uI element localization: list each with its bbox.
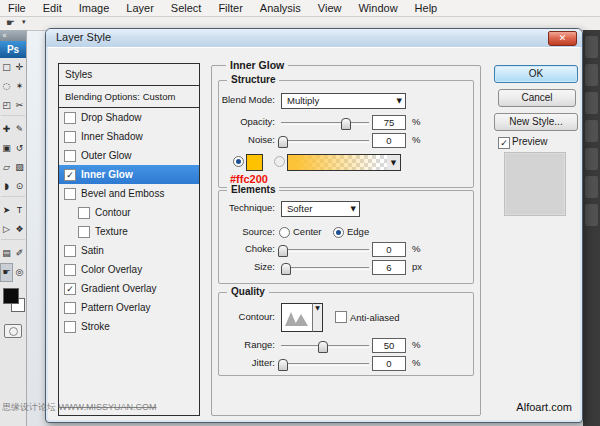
contour-picker[interactable] [281,303,313,332]
zoom-tool[interactable]: ◎ [13,263,26,282]
preview-checkbox[interactable]: ✓ [498,137,510,149]
checkbox-icon[interactable] [64,112,76,124]
gradient-radio[interactable] [274,156,285,167]
gradient-tool[interactable]: ▨ [13,158,26,177]
noise-slider-thumb[interactable] [278,136,288,148]
style-item-pattern-overlay[interactable]: Pattern Overlay [59,298,199,317]
style-item-texture[interactable]: Texture [59,222,199,241]
noise-slider[interactable] [281,140,369,143]
noise-input[interactable]: 0 [372,133,406,148]
checkbox-icon[interactable] [64,188,76,200]
size-slider-thumb[interactable] [281,263,291,275]
hand-tool-icon[interactable]: ☛ [6,17,15,28]
dialog-title-bar[interactable]: Layer Style ✕ [46,29,582,47]
color-radio[interactable] [233,156,244,167]
source-edge-radio[interactable] [333,227,344,238]
style-item-inner-glow[interactable]: ✓Inner Glow [59,165,199,184]
checkbox-checked-icon[interactable]: ✓ [64,169,76,181]
style-item-inner-shadow[interactable]: Inner Shadow [59,127,199,146]
toolbar-collapse-bar[interactable]: « [0,30,26,41]
magic-wand-tool[interactable]: ✶ [13,77,26,96]
menu-image[interactable]: Image [79,2,110,14]
foreground-color-swatch[interactable] [3,288,19,304]
history-brush-tool[interactable]: ↺ [13,139,26,158]
style-item-drop-shadow[interactable]: Drop Shadow [59,108,199,127]
style-item-contour[interactable]: Contour [59,203,199,222]
size-input[interactable]: 6 [372,260,406,275]
checkbox-icon[interactable] [78,226,90,238]
choke-input[interactable]: 0 [372,242,406,257]
move-tool[interactable]: ✛ [13,58,26,77]
style-item-bevel-and-emboss[interactable]: Bevel and Emboss [59,184,199,203]
source-center-radio[interactable] [279,227,290,238]
opacity-input[interactable]: 75 [372,115,406,130]
opacity-slider-thumb[interactable] [341,118,351,130]
direct-selection-tool[interactable]: ▷ [0,220,13,239]
checkbox-icon[interactable] [64,302,76,314]
clone-stamp-tool[interactable]: ▣ [0,139,13,158]
contour-thumbnail [282,304,310,329]
menu-analysis[interactable]: Analysis [260,2,301,14]
jitter-slider[interactable] [281,363,369,366]
choke-slider-thumb[interactable] [278,245,288,257]
hand-tool[interactable]: ☛ [0,263,13,282]
gradient-dropdown-arrow[interactable]: ▼ [387,154,401,171]
range-slider[interactable] [281,345,369,348]
blur-tool[interactable]: ◗ [0,177,13,196]
tool-preset-arrow-icon[interactable]: ▾ [22,18,26,26]
style-item-gradient-overlay[interactable]: ✓Gradient Overlay [59,279,199,298]
style-item-color-overlay[interactable]: Color Overlay [59,260,199,279]
menu-filter[interactable]: Filter [218,2,242,14]
jitter-input[interactable]: 0 [372,356,406,371]
notes-tool[interactable]: ▤ [0,244,13,263]
style-item-satin[interactable]: Satin [59,241,199,260]
lasso-tool[interactable]: ◌ [0,77,13,96]
glow-color-swatch[interactable] [246,154,263,171]
menu-window[interactable]: Window [358,2,397,14]
path-selection-tool[interactable]: ➤ [0,201,13,220]
jitter-slider-thumb[interactable] [278,359,288,371]
menu-view[interactable]: View [318,2,342,14]
size-slider[interactable] [281,267,369,270]
checkbox-icon[interactable] [64,264,76,276]
range-slider-thumb[interactable] [318,341,328,353]
brush-tool[interactable]: ✎ [13,120,26,139]
type-tool[interactable]: T [13,201,26,220]
rectangular-marquee-tool[interactable]: □ [0,58,13,77]
contour-dropdown-arrow[interactable]: ▼ [312,303,323,332]
close-button[interactable]: ✕ [548,31,577,46]
blending-options-item[interactable]: Blending Options: Custom [59,86,199,108]
eyedropper-tool[interactable]: ✐ [13,244,26,263]
checkbox-icon[interactable] [64,245,76,257]
menu-help[interactable]: Help [415,2,438,14]
antialiased-checkbox[interactable] [335,311,347,323]
eraser-tool[interactable]: ▱ [0,158,13,177]
quick-mask-icon[interactable] [4,324,22,338]
style-item-stroke[interactable]: Stroke [59,317,199,336]
blend-mode-dropdown[interactable]: Multiply ▼ [281,93,406,109]
checkbox-checked-icon[interactable]: ✓ [64,283,76,295]
custom-shape-tool[interactable]: ❖ [13,220,26,239]
menu-file[interactable]: File [8,2,26,14]
checkbox-icon[interactable] [64,131,76,143]
checkbox-icon[interactable] [64,321,76,333]
healing-brush-tool[interactable]: ✚ [0,120,13,139]
choke-slider[interactable] [281,249,369,252]
cancel-button[interactable]: Cancel [498,89,576,107]
crop-tool[interactable]: ◰ [0,96,13,115]
technique-dropdown[interactable]: Softer ▼ [281,201,360,217]
gradient-picker[interactable] [287,154,389,171]
ok-button[interactable]: OK [494,65,578,83]
checkbox-icon[interactable] [78,207,90,219]
technique-label: Technique: [219,202,275,213]
new-style-button[interactable]: New Style... [494,113,578,131]
opacity-slider[interactable] [281,122,369,125]
range-input[interactable]: 50 [372,338,406,353]
dodge-tool[interactable]: ⊙ [13,177,26,196]
menu-select[interactable]: Select [171,2,202,14]
checkbox-icon[interactable] [64,150,76,162]
style-item-outer-glow[interactable]: Outer Glow [59,146,199,165]
slice-tool[interactable]: ✂ [13,96,26,115]
menu-layer[interactable]: Layer [126,2,154,14]
menu-edit[interactable]: Edit [43,2,62,14]
